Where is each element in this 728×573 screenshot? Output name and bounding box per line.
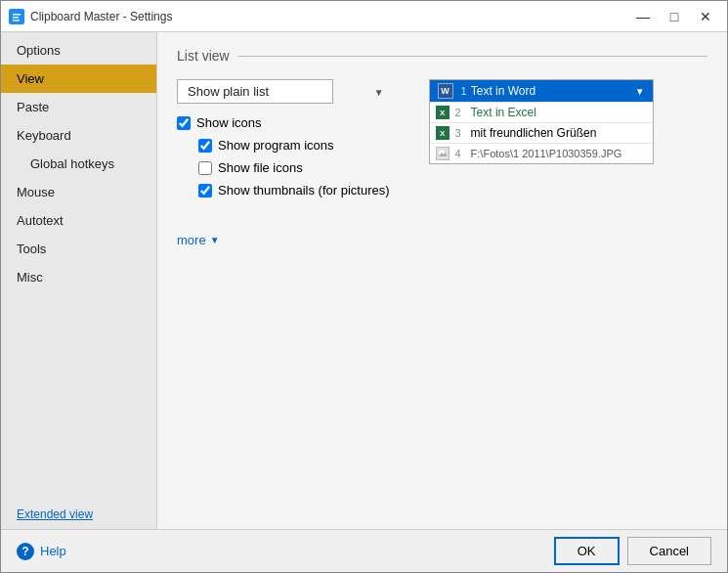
show-icons-label: Show icons [196, 115, 261, 130]
list-preview: W 1 Text in Word ▼ X 2 Text in Excel [429, 79, 654, 164]
help-icon: ? [17, 543, 34, 560]
show-thumbnails-checkbox[interactable] [198, 184, 212, 198]
sidebar-item-autotext[interactable]: Autotext [1, 206, 156, 235]
preview-item-label-3: mit freundlichen Grüßen [471, 126, 597, 140]
sidebar: Options View Paste Keyboard Global hotke… [1, 32, 157, 529]
list-view-dropdown[interactable]: Show plain list Show grouped list Show t… [177, 79, 333, 104]
section-title: List view [177, 48, 707, 64]
sidebar-item-tools[interactable]: Tools [1, 235, 156, 263]
help-label: Help [40, 544, 66, 558]
preview-item-3[interactable]: X 3 mit freundlichen Grüßen [430, 122, 653, 143]
sidebar-item-keyboard[interactable]: Keyboard [1, 121, 156, 150]
minimize-button[interactable]: — [629, 7, 657, 26]
main-window: Clipboard Master - Settings — □ ✕ Option… [0, 0, 728, 573]
show-file-icons-checkbox[interactable] [198, 161, 212, 175]
svg-rect-2 [13, 17, 19, 19]
sidebar-item-paste[interactable]: Paste [1, 93, 156, 121]
preview-dropdown-arrow[interactable]: ▼ [635, 86, 645, 97]
svg-point-7 [444, 151, 446, 153]
app-icon [9, 9, 24, 24]
sidebar-item-options[interactable]: Options [1, 36, 156, 65]
svg-rect-3 [13, 20, 20, 22]
preview-item-label-1: Text in Word [471, 84, 535, 98]
word-icon: W [438, 83, 453, 99]
footer-buttons: OK Cancel [554, 537, 711, 565]
preview-item-label-2: Text in Excel [471, 106, 536, 119]
extended-view-link[interactable]: Extended view [17, 507, 93, 521]
cancel-button[interactable]: Cancel [627, 537, 711, 565]
help-link[interactable]: ? Help [17, 543, 66, 560]
sidebar-item-view[interactable]: View [1, 65, 156, 93]
show-program-icons-checkbox[interactable] [198, 139, 212, 153]
main-content: Options View Paste Keyboard Global hotke… [1, 32, 727, 529]
footer: ? Help OK Cancel [1, 529, 727, 572]
maximize-button[interactable]: □ [661, 7, 688, 26]
chevron-down-icon: ▼ [374, 86, 384, 97]
preview-item-label-4: F:\Fotos\1 2011\P1030359.JPG [471, 148, 622, 159]
show-thumbnails-label: Show thumbnails (for pictures) [218, 183, 390, 198]
sidebar-item-misc[interactable]: Misc [1, 263, 156, 291]
preview-selected-item[interactable]: W 1 Text in Word ▼ [430, 80, 653, 102]
content-area: List view Show plain list Show grouped l… [157, 32, 727, 529]
preview-item-4[interactable]: 4 F:\Fotos\1 2011\P1030359.JPG [430, 143, 653, 163]
preview-item-num-2: 2 [455, 107, 465, 118]
preview-item-2[interactable]: X 2 Text in Excel [430, 102, 653, 122]
chevron-down-icon: ▼ [210, 235, 220, 245]
more-link[interactable]: more ▼ [177, 233, 390, 247]
sidebar-item-global-hotkeys[interactable]: Global hotkeys [1, 150, 156, 178]
sidebar-item-mouse[interactable]: Mouse [1, 178, 156, 206]
checkbox-group: Show icons Show program icons Show file … [177, 115, 390, 198]
close-button[interactable]: ✕ [692, 7, 719, 26]
svg-rect-1 [13, 14, 21, 16]
show-file-icons-row: Show file icons [177, 160, 390, 175]
window-title: Clipboard Master - Settings [30, 10, 629, 23]
left-panel: Show plain list Show grouped list Show t… [177, 79, 390, 247]
right-panel: W 1 Text in Word ▼ X 2 Text in Excel [429, 79, 654, 164]
excel-icon-2: X [436, 126, 450, 140]
show-program-icons-row: Show program icons [177, 138, 390, 153]
preview-item-num-3: 3 [455, 127, 465, 139]
show-program-icons-label: Show program icons [218, 138, 334, 153]
preview-item-num-1: 1 [461, 85, 467, 97]
image-icon [436, 147, 450, 160]
top-row: Show plain list Show grouped list Show t… [177, 79, 707, 247]
excel-icon: X [436, 106, 450, 119]
show-thumbnails-row: Show thumbnails (for pictures) [177, 183, 390, 198]
list-view-dropdown-wrapper: Show plain list Show grouped list Show t… [177, 79, 390, 104]
window-controls: — □ ✕ [629, 7, 719, 26]
ok-button[interactable]: OK [554, 537, 620, 565]
show-file-icons-label: Show file icons [218, 160, 303, 175]
show-icons-checkbox[interactable] [177, 116, 191, 130]
title-bar: Clipboard Master - Settings — □ ✕ [1, 1, 727, 32]
preview-item-num-4: 4 [455, 148, 465, 159]
show-icons-row: Show icons [177, 115, 390, 130]
sidebar-bottom: Extended view [1, 499, 156, 529]
